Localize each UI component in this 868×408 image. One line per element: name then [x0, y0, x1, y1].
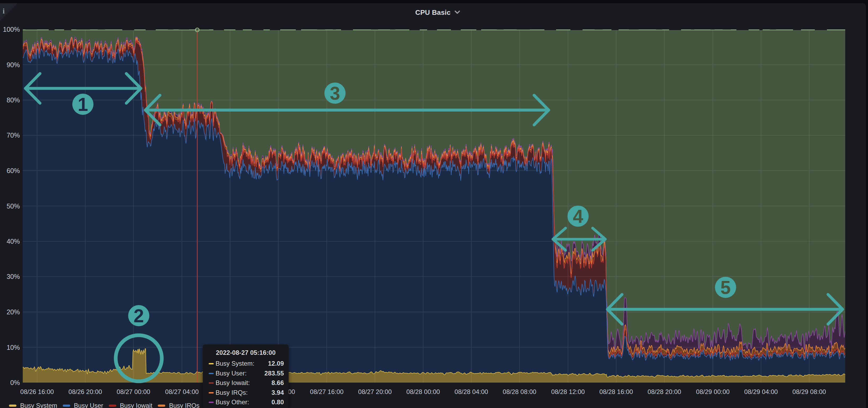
svg-text:5: 5 [720, 277, 731, 298]
svg-text:4: 4 [573, 206, 583, 227]
svg-text:2: 2 [134, 306, 144, 326]
svg-text:1: 1 [78, 94, 88, 115]
svg-text:3: 3 [330, 83, 340, 104]
